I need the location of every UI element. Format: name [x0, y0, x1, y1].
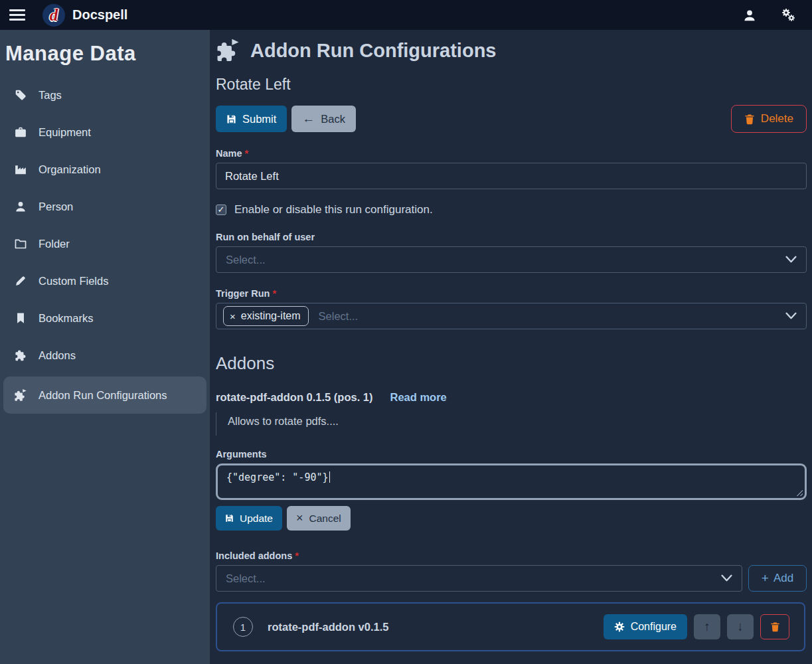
submit-button[interactable]: Submit	[216, 106, 287, 132]
save-icon	[226, 114, 236, 124]
brand-name: Docspell	[72, 7, 127, 23]
arrow-down-icon: ↓	[737, 620, 744, 634]
back-button[interactable]: ← Back	[291, 106, 356, 132]
run-on-behalf-label: Run on behalf of user	[216, 232, 807, 242]
pen-icon	[14, 275, 27, 287]
included-addons-select[interactable]: Select...	[216, 565, 742, 592]
name-field-label: Name*	[216, 148, 807, 159]
arguments-label: Arguments	[216, 449, 807, 459]
resize-handle[interactable]	[795, 489, 803, 496]
save-icon	[225, 514, 234, 523]
run-on-behalf-select[interactable]: Select...	[216, 246, 807, 273]
name-input[interactable]	[216, 163, 807, 189]
enable-checkbox-row: ✓ Enable or disable this run configurati…	[216, 203, 807, 216]
sidebar-item-label: Addon Run Configurations	[39, 389, 167, 402]
chevron-down-icon	[721, 574, 732, 582]
arrow-up-icon: ↑	[704, 620, 710, 634]
required-asterisk: *	[295, 550, 299, 561]
arrow-left-icon: ←	[302, 112, 315, 126]
addons-section-heading: Addons	[216, 353, 807, 374]
enable-checkbox[interactable]: ✓	[216, 205, 226, 215]
remove-addon-button[interactable]	[760, 614, 789, 639]
sidebar-item-tags[interactable]: Tags	[0, 76, 210, 114]
trigger-run-label: Trigger Run*	[216, 288, 807, 299]
sidebar-item-label: Tags	[39, 89, 62, 102]
selected-tag-label: existing-item	[241, 310, 301, 322]
read-more-link[interactable]: Read more	[390, 391, 447, 404]
required-asterisk: *	[272, 288, 276, 299]
addon-meta-row: rotate-pdf-addon 0.1.5 (pos. 1) Read mor…	[216, 391, 807, 404]
sidebar-item-label: Folder	[39, 238, 70, 250]
sidebar-item-folder[interactable]: Folder	[0, 225, 210, 262]
addon-title: rotate-pdf-addon 0.1.5 (pos. 1)	[216, 391, 373, 404]
sidebar-item-label: Equipment	[39, 126, 91, 139]
main-content: Addon Run Configurations Rotate Left Sub…	[210, 30, 812, 664]
update-button[interactable]: Update	[216, 506, 282, 531]
sidebar-item-addon-run-configurations[interactable]: Addon Run Configurations	[3, 376, 206, 414]
briefcase-icon	[14, 126, 27, 138]
bookmark-icon	[14, 312, 27, 324]
actions-row: Submit ← Back Delete	[216, 105, 807, 133]
included-addons-row: Select... + Add	[216, 565, 807, 592]
sidebar-item-person[interactable]: Person	[0, 188, 210, 225]
docspell-logo-icon: d	[42, 4, 65, 27]
puzzle-icon	[14, 349, 27, 362]
delete-button[interactable]: Delete	[731, 105, 807, 133]
settings-cogs-icon[interactable]	[779, 8, 796, 23]
sidebar-item-bookmarks[interactable]: Bookmarks	[0, 299, 210, 337]
enable-checkbox-label: Enable or disable this run configuration…	[234, 203, 433, 216]
config-name-heading: Rotate Left	[216, 76, 807, 94]
tag-icon	[14, 89, 27, 101]
selected-tag-chip[interactable]: × existing-item	[223, 306, 309, 326]
user-icon	[14, 201, 27, 212]
close-icon: ×	[296, 511, 303, 525]
sidebar-item-custom-fields[interactable]: Custom Fields	[0, 262, 210, 299]
sidebar-item-label: Bookmarks	[39, 312, 94, 325]
sidebar-item-addons[interactable]: Addons	[0, 337, 210, 374]
user-account-icon[interactable]	[743, 9, 756, 22]
folder-icon	[14, 238, 27, 250]
sidebar-item-label: Organization	[39, 163, 101, 176]
addon-position-badge: 1	[233, 617, 253, 637]
trash-icon	[770, 622, 780, 632]
chevron-down-icon	[785, 312, 797, 320]
sidebar-item-label: Addons	[39, 349, 76, 362]
cancel-button[interactable]: × Cancel	[287, 506, 351, 531]
plus-icon: +	[762, 571, 769, 586]
sidebar: Manage Data Tags Equipment Organization …	[0, 30, 210, 664]
trash-icon	[744, 114, 755, 125]
industry-icon	[14, 163, 27, 175]
top-navbar: d Docspell	[0, 0, 812, 30]
sidebar-item-equipment[interactable]: Equipment	[0, 114, 210, 151]
configure-button[interactable]: Configure	[604, 614, 687, 639]
sidebar-item-label: Person	[39, 201, 73, 213]
required-asterisk: *	[245, 148, 249, 159]
sidebar-item-label: Custom Fields	[39, 275, 108, 288]
chevron-down-icon	[785, 256, 797, 264]
check-icon: ✓	[218, 205, 225, 214]
gear-icon	[614, 622, 625, 632]
brand[interactable]: d Docspell	[42, 4, 127, 27]
puzzle-play-icon	[14, 388, 27, 402]
trigger-run-select[interactable]: × existing-item Select...	[216, 303, 807, 329]
select-placeholder: Select...	[226, 572, 266, 585]
sidebar-item-organization[interactable]: Organization	[0, 151, 210, 188]
text-caret	[329, 471, 331, 483]
addon-description: Allows to rotate pdfs....	[216, 412, 807, 436]
select-placeholder: Select...	[319, 310, 359, 323]
remove-tag-icon[interactable]: ×	[230, 311, 236, 322]
page-title-text: Addon Run Configurations	[250, 40, 497, 62]
move-up-button[interactable]: ↑	[694, 614, 720, 639]
puzzle-play-icon	[216, 39, 240, 63]
arguments-actions: Update × Cancel	[216, 506, 807, 531]
move-down-button[interactable]: ↓	[727, 614, 754, 639]
included-addons-label: Included addons*	[216, 550, 807, 561]
included-addon-item: 1 rotate-pdf-addon v0.1.5	[216, 602, 805, 651]
arguments-value: {"degree": "-90"}	[226, 471, 329, 483]
addon-name: rotate-pdf-addon v0.1.5	[268, 621, 388, 633]
select-placeholder: Select...	[226, 254, 266, 266]
add-addon-button[interactable]: + Add	[748, 565, 807, 592]
arguments-textarea[interactable]: {"degree": "-90"}	[216, 463, 807, 500]
page-title: Addon Run Configurations	[216, 39, 807, 63]
hamburger-menu-icon[interactable]	[9, 9, 25, 21]
